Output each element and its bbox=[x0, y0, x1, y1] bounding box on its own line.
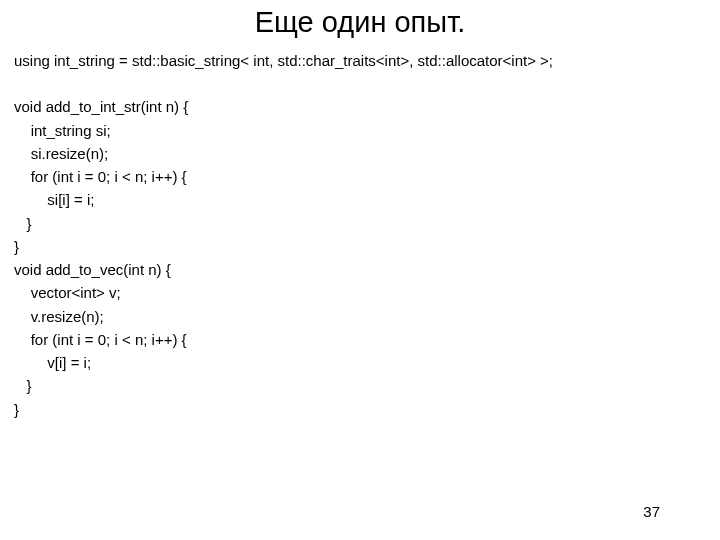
slide-title: Еще один опыт. bbox=[0, 0, 720, 49]
code-line: } bbox=[14, 374, 706, 397]
code-line: } bbox=[14, 235, 706, 258]
code-line: } bbox=[14, 398, 706, 421]
code-line: int_string si; bbox=[14, 119, 706, 142]
page-number: 37 bbox=[643, 503, 660, 520]
code-block: using int_string = std::basic_string< in… bbox=[0, 49, 720, 421]
code-line: v.resize(n); bbox=[14, 305, 706, 328]
code-line: void add_to_int_str(int n) { bbox=[14, 95, 706, 118]
code-line: si.resize(n); bbox=[14, 142, 706, 165]
code-line: si[i] = i; bbox=[14, 188, 706, 211]
code-line: for (int i = 0; i < n; i++) { bbox=[14, 328, 706, 351]
code-line: void add_to_vec(int n) { bbox=[14, 258, 706, 281]
code-line: vector<int> v; bbox=[14, 281, 706, 304]
code-line: for (int i = 0; i < n; i++) { bbox=[14, 165, 706, 188]
code-line: using int_string = std::basic_string< in… bbox=[14, 49, 706, 72]
blank-line bbox=[14, 72, 706, 95]
code-line: } bbox=[14, 212, 706, 235]
code-line: v[i] = i; bbox=[14, 351, 706, 374]
